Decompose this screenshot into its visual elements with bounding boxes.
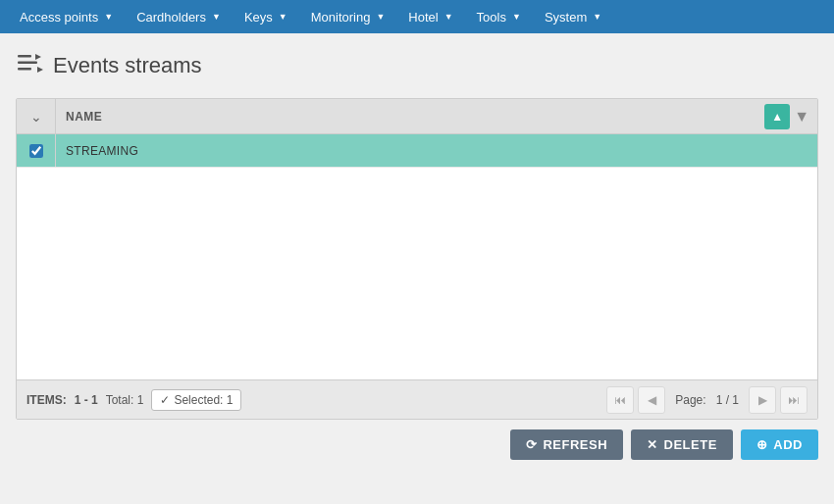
streams-icon	[16, 49, 43, 82]
svg-marker-3	[35, 54, 41, 60]
table-footer: ITEMS: 1 - 1 Total: 1 ✓ Selected: 1 ⏮ ◀ …	[17, 379, 817, 419]
sort-asc-button[interactable]: ▲	[764, 104, 790, 129]
nav-item-hotel[interactable]: Hotel ▼	[396, 0, 464, 33]
nav-arrow-keys: ▼	[279, 12, 287, 22]
events-table: ⌄ NAME ▲ ▼ STREAMING ITEMS:	[16, 98, 818, 420]
pagination: ⏮ ◀ Page: 1 / 1 ▶ ⏭	[606, 386, 808, 414]
row-name: STREAMING	[56, 144, 817, 158]
page-value: 1 / 1	[716, 393, 739, 407]
delete-button[interactable]: ✕ DELETE	[631, 429, 733, 460]
selected-check-icon: ✓	[160, 393, 170, 407]
nav-label-system: System	[545, 10, 587, 25]
nav-item-keys[interactable]: Keys ▼	[233, 0, 299, 33]
table-body: STREAMING	[17, 134, 817, 379]
th-checkbox[interactable]: ⌄	[17, 99, 56, 133]
nav-label-cardholders: Cardholders	[136, 10, 206, 25]
page-last-button[interactable]: ⏭	[780, 386, 808, 414]
nav-arrow-access-points: ▼	[104, 12, 113, 22]
page-label-text: Page:	[675, 393, 705, 407]
footer-selected: ✓ Selected: 1	[151, 389, 241, 411]
svg-rect-0	[18, 55, 31, 58]
main-content: Events streams ⌄ NAME ▲ ▼	[0, 33, 834, 420]
table-header: ⌄ NAME ▲ ▼	[17, 99, 817, 134]
nav-item-cardholders[interactable]: Cardholders ▼	[125, 0, 233, 33]
filter-button[interactable]: ▼	[794, 108, 809, 126]
row-checkbox[interactable]	[17, 134, 56, 167]
row-checkbox-input[interactable]	[29, 144, 43, 158]
nav-item-tools[interactable]: Tools ▼	[465, 0, 533, 33]
page-header: Events streams	[16, 49, 818, 82]
nav-arrow-cardholders: ▼	[212, 12, 221, 22]
page-first-button[interactable]: ⏮	[606, 386, 634, 414]
svg-marker-4	[37, 67, 43, 73]
nav-label-hotel: Hotel	[408, 10, 438, 25]
filter-icon: ▼	[794, 108, 809, 126]
svg-rect-2	[18, 68, 31, 71]
nav-label-tools: Tools	[477, 10, 506, 25]
add-button[interactable]: ⊕ ADD	[741, 429, 818, 460]
page-next-button[interactable]: ▶	[749, 386, 776, 414]
footer-items-label: ITEMS:	[26, 393, 67, 407]
delete-icon: ✕	[647, 437, 658, 452]
navbar: Access points ▼ Cardholders ▼ Keys ▼ Mon…	[0, 0, 834, 33]
nav-item-access-points[interactable]: Access points ▼	[8, 0, 125, 33]
column-collapse-icon[interactable]: ⌄	[30, 109, 42, 125]
nav-label-access-points: Access points	[20, 10, 98, 25]
delete-label: DELETE	[664, 437, 717, 452]
th-name: NAME	[56, 110, 764, 124]
nav-item-monitoring[interactable]: Monitoring ▼	[299, 0, 397, 33]
footer-items-range: 1 - 1	[75, 393, 98, 407]
add-icon: ⊕	[756, 437, 768, 452]
page-title: Events streams	[53, 53, 202, 78]
action-bar: ⟳ REFRESH ✕ DELETE ⊕ ADD	[0, 420, 834, 470]
nav-arrow-hotel: ▼	[444, 12, 453, 22]
nav-arrow-tools: ▼	[512, 12, 521, 22]
page-prev-button[interactable]: ◀	[638, 386, 665, 414]
nav-label-keys: Keys	[244, 10, 273, 25]
nav-arrow-system: ▼	[593, 12, 601, 22]
th-actions: ▲ ▼	[764, 104, 817, 129]
add-label: ADD	[773, 437, 803, 452]
footer-total: Total: 1	[106, 393, 144, 407]
refresh-button[interactable]: ⟳ REFRESH	[510, 429, 623, 460]
refresh-label: REFRESH	[543, 437, 607, 452]
table-row[interactable]: STREAMING	[17, 134, 817, 168]
nav-label-monitoring: Monitoring	[311, 10, 371, 25]
footer-selected-label: Selected: 1	[174, 393, 233, 407]
nav-arrow-monitoring: ▼	[376, 12, 385, 22]
nav-item-system[interactable]: System ▼	[533, 0, 613, 33]
sort-up-icon: ▲	[771, 110, 783, 124]
svg-rect-1	[18, 62, 37, 65]
refresh-icon: ⟳	[526, 437, 538, 452]
page-label: Page: 1 / 1	[669, 393, 745, 407]
